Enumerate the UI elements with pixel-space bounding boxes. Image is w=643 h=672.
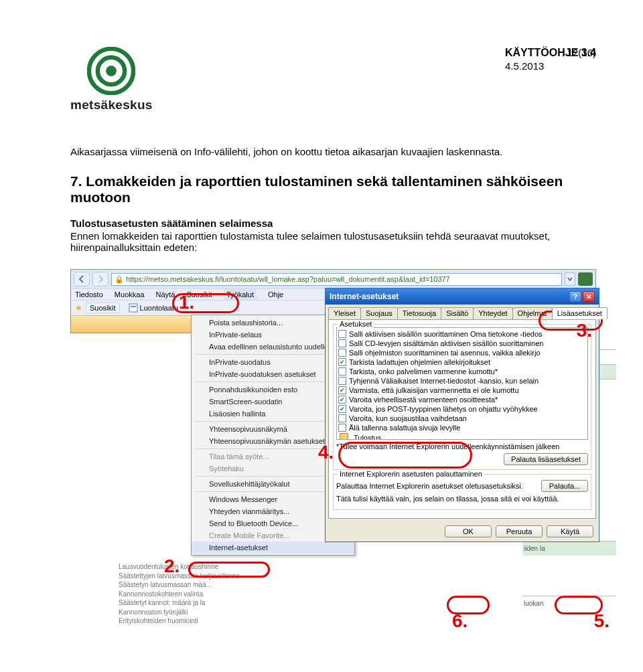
dialog-titlebar: Internet-asetukset ? ✕ bbox=[326, 288, 599, 305]
annotation-2: 2. bbox=[164, 556, 180, 577]
refresh-button[interactable] bbox=[578, 272, 593, 286]
checkbox-icon[interactable] bbox=[338, 386, 346, 394]
setting-row[interactable]: Salli CD-levyjen sisältämän aktiivisen s… bbox=[338, 339, 586, 348]
brand-logo: metsäkeskus bbox=[70, 47, 153, 112]
background-list: Lausvuodentulusten korjaushinne Säästett… bbox=[119, 562, 253, 626]
tab-programs[interactable]: Ohjelmat bbox=[512, 307, 553, 319]
setting-row[interactable]: Salli ohjelmiston suorittaminen tai asen… bbox=[338, 348, 586, 357]
svg-rect-4 bbox=[131, 306, 136, 307]
group-label: Internet Explorerin asetusten palauttami… bbox=[338, 470, 484, 478]
annotation-5: 5. bbox=[594, 610, 610, 632]
checkbox-icon[interactable] bbox=[338, 396, 346, 404]
svg-point-2 bbox=[106, 66, 117, 76]
printer-icon bbox=[340, 433, 348, 440]
settings-group: Asetukset Salli aktiivisen sisällön suor… bbox=[333, 324, 591, 470]
dialog-footer: OK Peruuta Käytä bbox=[326, 521, 599, 541]
back-arrow-icon bbox=[77, 274, 86, 284]
dialog-title: Internet-asetukset bbox=[330, 292, 399, 301]
menu-file[interactable]: Tiedosto bbox=[75, 290, 103, 299]
subsection-text: Ennen lomakkeiden tai raporttien tulosta… bbox=[70, 230, 596, 253]
setting-row[interactable]: Tarkista, onko palvelimen varmenne kumot… bbox=[338, 367, 586, 376]
favorite-item[interactable]: Luontolaatu bbox=[129, 303, 179, 313]
screenshot: natta nonnost nonnost iiden la luokan 🔒 … bbox=[70, 269, 596, 333]
setting-row[interactable]: Varmista, että julkaisijan varmennetta e… bbox=[338, 386, 586, 395]
category-row: Tulostus bbox=[338, 432, 586, 440]
annotation-4: 4. bbox=[318, 442, 334, 463]
checkbox-icon[interactable] bbox=[338, 414, 346, 422]
tab-security[interactable]: Suojaus bbox=[360, 307, 398, 319]
setting-row[interactable]: Varoita, kun suojaustilaa vaihdetaan bbox=[338, 414, 586, 423]
svg-rect-3 bbox=[129, 304, 137, 312]
setting-row[interactable]: Varoita, jos POST-tyyppinen lähetys on o… bbox=[338, 404, 586, 414]
forward-button[interactable] bbox=[92, 272, 109, 286]
address-field[interactable]: 🔒 https://metso.metsakeskus.fi/luontolaa… bbox=[111, 273, 562, 286]
address-bar-row: 🔒 https://metso.metsakeskus.fi/luontolaa… bbox=[71, 270, 595, 288]
setting-row[interactable]: Tarkista ladattujen ohjelmien allekirjoi… bbox=[338, 357, 586, 367]
intro-paragraph: Aikasarjassa viimeisenä on Info-välileht… bbox=[70, 146, 596, 157]
page-icon bbox=[129, 303, 138, 313]
tab-advanced[interactable]: Lisäasetukset bbox=[552, 307, 608, 319]
help-button[interactable]: ? bbox=[569, 291, 581, 302]
checkbox-icon[interactable] bbox=[338, 339, 346, 347]
reset-hint: Tätä tulisi käyttää vain, jos selain on … bbox=[336, 495, 588, 503]
tab-privacy[interactable]: Tietosuoja bbox=[397, 307, 441, 319]
restore-advanced-button[interactable]: Palauta lisäasetukset bbox=[504, 453, 588, 465]
menu-edit[interactable]: Muokkaa bbox=[115, 290, 145, 299]
back-button[interactable] bbox=[74, 272, 90, 286]
brand-name: metsäkeskus bbox=[70, 98, 153, 112]
favorites-button[interactable]: Suosikit bbox=[86, 303, 120, 313]
tab-general[interactable]: Yleiset bbox=[328, 307, 361, 319]
checkbox-icon[interactable] bbox=[338, 349, 346, 357]
checkbox-icon[interactable] bbox=[338, 358, 346, 366]
checkbox-icon[interactable] bbox=[338, 367, 346, 375]
doc-date: 4.5.2013 bbox=[505, 60, 596, 72]
apply-button[interactable]: Käytä bbox=[547, 525, 593, 537]
reset-group: Internet Explorerin asetusten palauttami… bbox=[333, 474, 591, 510]
footnote: *Tulee voimaan Internet Explorerin uudel… bbox=[336, 442, 588, 450]
annotation-6: 6. bbox=[452, 610, 468, 632]
reset-button[interactable]: Palauta... bbox=[541, 480, 588, 492]
setting-row[interactable]: Salli aktiivisen sisällön suorittaminen … bbox=[338, 329, 586, 339]
subsection-title: Tulostusasetusten säätäminen selaimessa bbox=[70, 218, 596, 229]
cancel-button[interactable]: Peruuta bbox=[496, 525, 543, 537]
tab-content[interactable]: Sisältö bbox=[441, 307, 474, 319]
setting-row[interactable]: Varoita virheellisestä varmenteen osoitt… bbox=[338, 395, 586, 404]
page-number: 12(16) bbox=[567, 47, 596, 58]
setting-row[interactable]: Tyhjennä Väliaikaiset Internet-tiedostot… bbox=[338, 376, 586, 386]
annotation-1: 1. bbox=[179, 292, 194, 313]
checkbox-icon[interactable] bbox=[338, 405, 346, 413]
checkbox-icon[interactable] bbox=[338, 377, 346, 385]
forward-arrow-icon bbox=[96, 274, 105, 284]
dialog-tabs: Yleiset Suojaus Tietosuoja Sisältö Yhtey… bbox=[326, 305, 599, 319]
menu-item-internet-options[interactable]: Internet-asetukset bbox=[192, 541, 354, 554]
reset-description: Palauttaa Internet Explorerin asetukset … bbox=[336, 482, 523, 490]
close-button[interactable]: ✕ bbox=[583, 291, 595, 302]
url-dropdown-button[interactable] bbox=[565, 272, 575, 286]
logo-icon bbox=[87, 47, 135, 95]
annotation-3: 3. bbox=[577, 320, 592, 341]
star-icon: ★ bbox=[75, 303, 82, 313]
url-text: https://metso.metsakeskus.fi/luontolaatu… bbox=[126, 275, 450, 283]
checkbox-icon[interactable] bbox=[338, 330, 346, 338]
settings-tree[interactable]: Salli aktiivisen sisällön suorittaminen … bbox=[336, 327, 588, 440]
menu-view[interactable]: Näytä bbox=[156, 290, 175, 299]
checkbox-icon[interactable] bbox=[338, 424, 346, 432]
lock-icon: 🔒 bbox=[115, 275, 124, 283]
ok-button[interactable]: OK bbox=[445, 525, 492, 537]
menu-help[interactable]: Ohje bbox=[268, 290, 283, 299]
chevron-down-icon bbox=[567, 277, 573, 281]
tab-connections[interactable]: Yhteydet bbox=[473, 307, 512, 319]
setting-row[interactable]: Älä tallenna salattuja sivuja levylle bbox=[338, 423, 586, 432]
menu-tools[interactable]: Työkalut bbox=[224, 289, 257, 300]
group-label: Asetukset bbox=[338, 320, 374, 328]
internet-options-dialog: Internet-asetukset ? ✕ Yleiset Suojaus T… bbox=[325, 288, 599, 542]
section-heading: 7. Lomakkeiden ja raporttien tulostamine… bbox=[70, 173, 596, 205]
